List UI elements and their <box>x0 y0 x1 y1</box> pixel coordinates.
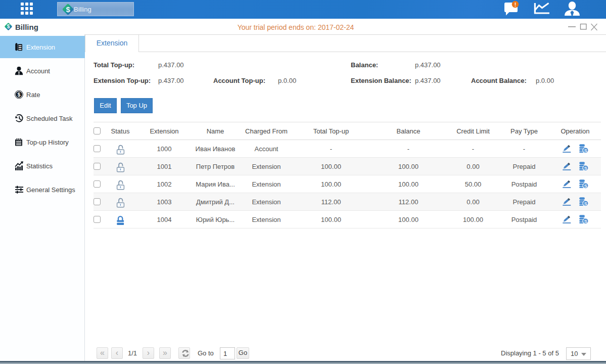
svg-text:S: S <box>584 201 587 206</box>
svg-text:S: S <box>584 166 587 171</box>
svg-text:!: ! <box>515 2 517 8</box>
svg-text:S: S <box>584 184 587 189</box>
svg-text:$: $ <box>66 6 70 14</box>
svg-text:S: S <box>584 219 587 224</box>
svg-text:S: S <box>584 148 587 153</box>
svg-text:$: $ <box>18 92 21 98</box>
